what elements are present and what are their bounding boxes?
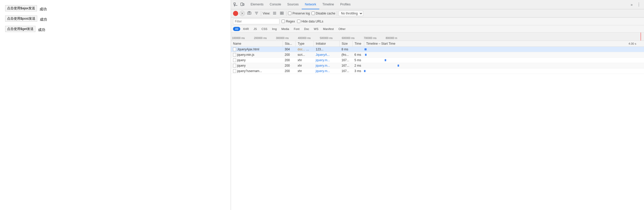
network-table-wrapper[interactable]: Name Sta... Type Initiator Size Time Tim…: [231, 41, 644, 210]
svg-rect-19: [282, 13, 283, 14]
type-js-button[interactable]: JS: [251, 27, 259, 31]
devtools-menu-button[interactable]: ⋮: [635, 2, 642, 7]
cell-initiator: jquery.m...: [314, 58, 339, 63]
devtools-toolbar: Elements Console Sources Network Timelin…: [231, 0, 644, 9]
stop-button[interactable]: [240, 11, 245, 16]
type-media-button[interactable]: Media: [279, 27, 291, 31]
ajax-result: 成功: [40, 7, 47, 12]
device-icon-btn[interactable]: [239, 2, 245, 8]
network-table: Name Sta... Type Initiator Size Time Tim…: [231, 41, 644, 74]
timeline-header-label: Timeline – Start Time: [366, 42, 395, 45]
tab-sources[interactable]: Sources: [284, 0, 302, 9]
preserve-log-checkbox[interactable]: [288, 12, 291, 15]
device-icon: [240, 3, 244, 7]
initiator-link[interactable]: jquery.m...: [316, 64, 330, 67]
cell-status: 200: [283, 52, 296, 58]
disable-cache-checkbox[interactable]: [312, 12, 315, 15]
col-header-time[interactable]: Time: [352, 41, 364, 47]
table-header-row: Name Sta... Type Initiator Size Time Tim…: [231, 41, 644, 47]
type-all-button[interactable]: All: [233, 27, 240, 31]
svg-point-8: [249, 12, 250, 14]
type-font-button[interactable]: Font: [292, 27, 301, 31]
post-line: 点击使用$post发送 成功: [5, 15, 226, 24]
timeline-bar: [398, 65, 399, 67]
initiator-link[interactable]: JqueryA...: [316, 53, 330, 57]
view-group-button[interactable]: [279, 11, 285, 16]
tick-2: 200000 ms: [254, 37, 276, 40]
disable-cache-label[interactable]: Disable cache: [312, 12, 335, 15]
initiator-link[interactable]: jquery.m...: [316, 69, 330, 73]
svg-rect-0: [234, 3, 235, 4]
filter-button[interactable]: [254, 11, 259, 16]
filter-input[interactable]: [233, 19, 280, 24]
view-group-icon: [280, 12, 284, 15]
tick-6: 600000 ms: [342, 37, 364, 40]
tab-elements[interactable]: Elements: [247, 0, 267, 9]
col-header-initiator[interactable]: Initiator: [314, 41, 339, 47]
col-header-name[interactable]: Name: [231, 41, 283, 47]
timeline-header: 100000 ms 200000 ms 300000 ms 400000 ms …: [231, 33, 644, 41]
type-doc-button[interactable]: Doc: [302, 27, 311, 31]
type-ws-button[interactable]: WS: [312, 27, 321, 31]
preserve-log-label[interactable]: Preserve log: [288, 12, 310, 15]
cell-size: 8 ms: [339, 47, 352, 52]
network-toolbar: View: Preserve log Disable cache: [231, 9, 644, 18]
table-row[interactable]: jquery.min.js200scri...JqueryA...(fro...…: [231, 52, 644, 58]
regex-label[interactable]: Regex: [282, 20, 295, 23]
inspect-icon-btn[interactable]: [232, 2, 239, 8]
timeline-bar: [364, 48, 367, 50]
type-css-button[interactable]: CSS: [259, 27, 269, 31]
type-filter-row: All XHR JS CSS Img Media Font Doc WS Man…: [231, 25, 644, 33]
table-row[interactable]: jquery200xhrjquery.m...167...2 ms: [231, 63, 644, 68]
tab-network[interactable]: Network: [302, 0, 319, 9]
col-header-timeline[interactable]: Timeline – Start Time 4.00 s: [364, 41, 644, 47]
cell-timeline: [364, 47, 644, 52]
toolbar-separator-3: [337, 11, 337, 16]
filter-icon: [255, 12, 258, 15]
col-header-type[interactable]: Type: [296, 41, 314, 47]
cell-type: xhr: [296, 58, 314, 63]
toolbar-separator-2: [286, 11, 286, 16]
cell-initiator: 123...: [314, 47, 339, 52]
tab-timeline[interactable]: Timeline: [319, 0, 337, 9]
tab-console[interactable]: Console: [267, 0, 284, 9]
timeline-end-label: 4.00 s: [629, 42, 636, 45]
more-tabs-button[interactable]: »: [629, 3, 634, 7]
type-xhr-button[interactable]: XHR: [241, 27, 251, 31]
cell-size: 167...: [339, 63, 352, 68]
get-button[interactable]: 点击使用$get发送: [5, 26, 35, 32]
cell-time: 2 ms: [352, 63, 364, 68]
ajax-button[interactable]: 点击使用$ajax发送: [5, 5, 37, 11]
cell-type: xhr: [296, 68, 314, 74]
regex-checkbox[interactable]: [282, 20, 285, 23]
table-row[interactable]: jquery?usernam...200xhrjquery.m...167...…: [231, 68, 644, 74]
table-row[interactable]: JqueryAjax.html304doc... Other123...8 ms: [231, 47, 644, 52]
cell-status: 200: [283, 58, 296, 63]
col-header-status[interactable]: Sta...: [283, 41, 296, 47]
cell-initiator: JqueryA...: [314, 52, 339, 58]
view-list-button[interactable]: [272, 11, 277, 16]
red-line-header: [641, 33, 641, 41]
camera-button[interactable]: [246, 11, 252, 16]
type-manifest-button[interactable]: Manifest: [321, 27, 336, 31]
get-line: 点击使用$get发送 成功: [5, 26, 226, 34]
cell-size: 167...: [339, 58, 352, 63]
file-icon: [233, 58, 236, 62]
view-label: View:: [263, 12, 270, 15]
file-name: jquery: [237, 58, 246, 62]
tab-profiles[interactable]: Profiles: [337, 0, 354, 9]
type-other-button[interactable]: Other: [336, 27, 348, 31]
hide-data-urls-label[interactable]: Hide data URLs: [297, 20, 323, 23]
tick-4: 400000 ms: [298, 37, 320, 40]
cell-time: 3 ms: [352, 68, 364, 74]
throttle-select[interactable]: No throttling: [339, 11, 363, 16]
record-button[interactable]: [233, 11, 238, 16]
cell-timeline: [364, 63, 644, 68]
table-row[interactable]: jquery200xhrjquery.m...167...5 ms: [231, 58, 644, 63]
type-img-button[interactable]: Img: [270, 27, 279, 31]
initiator-link[interactable]: jquery.m...: [316, 58, 330, 62]
panel-icons: [232, 2, 245, 8]
hide-data-urls-checkbox[interactable]: [297, 20, 300, 23]
post-button[interactable]: 点击使用$post发送: [5, 15, 37, 22]
col-header-size[interactable]: Size: [339, 41, 352, 47]
